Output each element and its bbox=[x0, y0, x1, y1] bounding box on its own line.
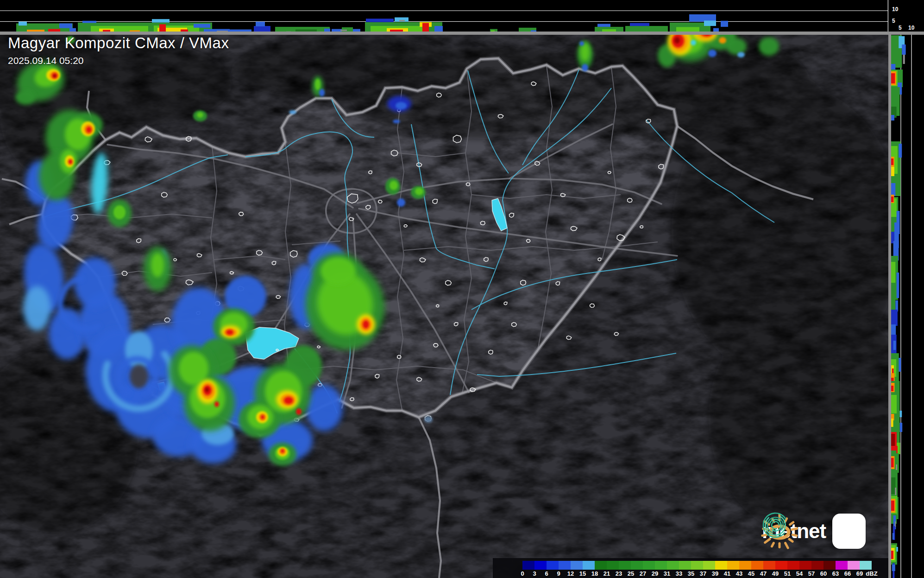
dbz-tick-label: 31 bbox=[661, 570, 673, 578]
timestamp: 2025.09.14 05:20 bbox=[8, 55, 229, 66]
dbz-color-cell bbox=[836, 561, 848, 570]
dbz-tick-label: 63 bbox=[830, 570, 842, 578]
dbz-tick-label: 15 bbox=[577, 570, 589, 578]
echo-blob bbox=[306, 385, 343, 431]
metnet-logo: metnet bbox=[761, 511, 891, 552]
dbz-colorbar-labels: 0369121518212325272931333537394143454749… bbox=[522, 570, 884, 578]
dbz-tick-label: 51 bbox=[781, 570, 793, 578]
radar-composite-canvas bbox=[0, 0, 924, 578]
echo-blob bbox=[363, 320, 369, 329]
dbz-tick-label: 12 bbox=[565, 570, 577, 578]
dbz-tick-label: 57 bbox=[805, 570, 817, 578]
dbz-tick-label: 21 bbox=[601, 570, 613, 578]
echo-blob bbox=[205, 387, 209, 392]
dbz-color-cell bbox=[667, 561, 679, 570]
echo-blob bbox=[396, 102, 407, 109]
dbz-tick-label: 54 bbox=[793, 570, 805, 578]
dbz-color-cell bbox=[715, 561, 727, 570]
echo-blob bbox=[415, 188, 423, 195]
echo-blob bbox=[289, 110, 296, 114]
dbz-tick-label: 6 bbox=[541, 570, 553, 578]
right-profile-axis-label-5: 5 bbox=[899, 25, 902, 31]
echo-blob bbox=[759, 37, 779, 56]
radar-app-window: Magyar Kompozit CMax / VMax 2025.09.14 0… bbox=[0, 0, 924, 578]
main-map bbox=[0, 14, 924, 578]
echo-blob bbox=[319, 89, 325, 96]
echo-blob bbox=[315, 79, 321, 90]
right-profile-axis-label-10: 10 bbox=[908, 25, 914, 31]
dbz-color-cell bbox=[848, 561, 860, 570]
dbz-tick-label: 0 bbox=[516, 570, 528, 578]
dbz-color-cell bbox=[799, 561, 811, 570]
dbz-color-cell bbox=[763, 561, 775, 570]
dbz-color-cell bbox=[860, 561, 872, 570]
echo-blob bbox=[261, 415, 264, 419]
dbz-tick-label: 47 bbox=[757, 570, 769, 578]
dbz-tick-label: dBZ bbox=[866, 570, 878, 578]
echo-blob bbox=[719, 37, 726, 44]
echo-blob bbox=[579, 41, 584, 46]
dbz-tick-label: 43 bbox=[733, 570, 745, 578]
echo-blob bbox=[708, 50, 717, 57]
dbz-tick-label: 35 bbox=[685, 570, 697, 578]
echo-blob bbox=[15, 90, 36, 105]
echo-blob bbox=[397, 198, 405, 207]
echo-blob bbox=[281, 449, 284, 453]
dbz-tick-label: 69 bbox=[854, 570, 866, 578]
dbz-color-cell bbox=[571, 561, 583, 570]
echo-blob bbox=[179, 352, 208, 385]
dbz-tick-label: 27 bbox=[637, 570, 649, 578]
echo-blob bbox=[113, 205, 126, 219]
dbz-color-cell bbox=[522, 561, 534, 570]
top-profile-axis-label-5: 5 bbox=[892, 18, 895, 24]
dbz-color-cell bbox=[655, 561, 667, 570]
dbz-color-cell bbox=[595, 561, 607, 570]
dbz-tick-label: 49 bbox=[769, 570, 781, 578]
echo-blob bbox=[726, 38, 747, 55]
dbz-color-cell bbox=[727, 561, 739, 570]
echo-blob bbox=[214, 401, 219, 407]
echo-blob bbox=[424, 416, 433, 423]
dbz-tick-label: 3 bbox=[528, 570, 541, 578]
dbz-tick-label: 29 bbox=[649, 570, 661, 578]
dbz-tick-label: 66 bbox=[842, 570, 854, 578]
echo-blob bbox=[393, 120, 400, 123]
dbz-color-cell bbox=[751, 561, 763, 570]
map-header: Magyar Kompozit CMax / VMax 2025.09.14 0… bbox=[8, 34, 229, 66]
dbz-tick-label: 37 bbox=[697, 570, 709, 578]
metnet-app-icon bbox=[832, 514, 866, 549]
dbz-colorbar bbox=[522, 561, 872, 570]
echo-blob bbox=[130, 364, 148, 388]
dbz-tick-label: 39 bbox=[709, 570, 721, 578]
dbz-color-cell bbox=[619, 561, 631, 570]
dbz-tick-label: 33 bbox=[673, 570, 685, 578]
dbz-tick-label: 45 bbox=[745, 570, 757, 578]
echo-blob bbox=[737, 52, 745, 57]
dbz-tick-label: 41 bbox=[721, 570, 733, 578]
echo-blob bbox=[296, 408, 302, 415]
echo-blob bbox=[86, 127, 92, 133]
dbz-color-cell bbox=[631, 561, 643, 570]
dbz-color-cell bbox=[691, 561, 703, 570]
echo-blob bbox=[674, 37, 680, 44]
dbz-color-cell bbox=[643, 561, 655, 570]
echo-blob bbox=[68, 159, 73, 165]
dbz-colorbar-panel: 0369121518212325272931333537394143454749… bbox=[493, 558, 888, 578]
dbz-tick-label: 18 bbox=[589, 570, 601, 578]
top-profile-axis-label-10: 10 bbox=[892, 6, 898, 13]
echo-blob bbox=[390, 181, 398, 190]
echo-blob bbox=[197, 112, 203, 118]
dbz-color-cell bbox=[703, 561, 715, 570]
dbz-color-cell bbox=[583, 561, 595, 570]
echo-blob bbox=[321, 257, 356, 285]
echo-blob bbox=[226, 330, 233, 335]
dbz-color-cell bbox=[679, 561, 691, 570]
dbz-color-cell bbox=[607, 561, 619, 570]
echo-blob bbox=[691, 40, 696, 45]
dbz-tick-label: 9 bbox=[553, 570, 565, 578]
page-title: Magyar Kompozit CMax / VMax bbox=[8, 34, 229, 52]
dbz-color-cell bbox=[775, 561, 787, 570]
dbz-tick-label: 60 bbox=[817, 570, 830, 578]
dbz-color-cell bbox=[534, 561, 547, 570]
right-strip-baseline bbox=[888, 35, 891, 578]
